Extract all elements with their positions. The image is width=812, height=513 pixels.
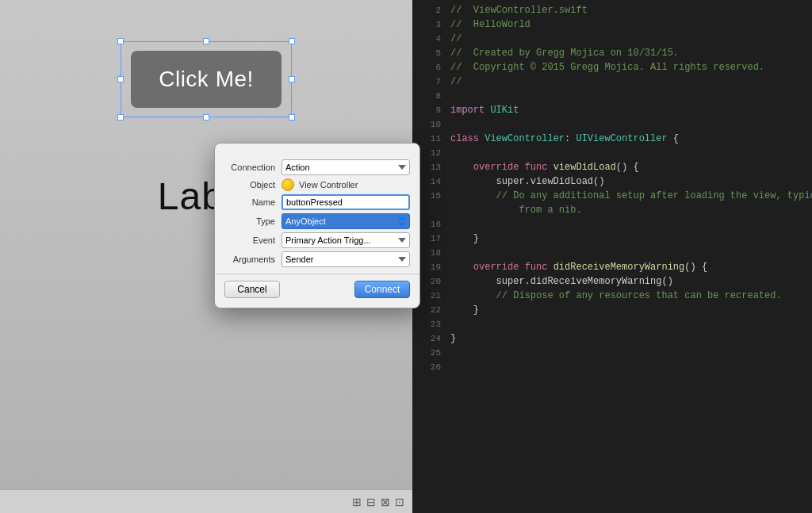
line-content: // (450, 32, 462, 46)
line-number: 9 (419, 103, 441, 117)
cancel-button[interactable]: Cancel (224, 281, 280, 298)
line-number: 17 (419, 232, 441, 246)
line-content: super.didReceiveMemoryWarning() (450, 274, 673, 289)
dialog-divider (215, 274, 419, 274)
code-editor[interactable]: 2// ViewController.swift3// HelloWorld4/… (412, 0, 812, 513)
line-number: 5 (419, 46, 441, 60)
code-line: 26 (412, 360, 812, 374)
code-line: 25 (412, 346, 812, 360)
code-line: 9import UIKit (412, 103, 812, 117)
line-content: from a nib. (450, 203, 582, 217)
code-line: 22 } (412, 303, 812, 317)
code-line: 15 // Do any additional setup after load… (412, 189, 812, 203)
toolbar-icon-1[interactable]: ⊞ (352, 496, 362, 508)
event-select[interactable]: Primary Action Trigg... (282, 232, 410, 248)
type-row: Type AnyObject (224, 213, 410, 229)
code-line: 12 (412, 146, 812, 160)
connect-button[interactable]: Connect (354, 281, 410, 298)
handle-mr[interactable] (289, 76, 295, 82)
line-content: // Copyright © 2015 Gregg Mojica. All ri… (450, 60, 764, 75)
line-content: } (450, 303, 479, 317)
handle-bm[interactable] (203, 114, 209, 121)
dialog-buttons: Cancel Connect (215, 281, 419, 298)
line-number (419, 203, 441, 217)
code-line: 11class ViewController: UIViewController… (412, 132, 812, 146)
line-number: 15 (419, 189, 441, 203)
handle-bl[interactable] (117, 114, 124, 121)
arguments-select[interactable]: Sender (282, 251, 410, 267)
line-number: 8 (419, 89, 441, 103)
code-line: 14 super.viewDidLoad() (412, 174, 812, 189)
code-line: 19 override func didReceiveMemoryWarning… (412, 260, 812, 274)
object-label: Object (224, 180, 282, 190)
handle-br[interactable] (289, 114, 295, 121)
line-number: 14 (419, 174, 441, 189)
handle-tm[interactable] (203, 38, 209, 44)
code-line: 20 super.didReceiveMemoryWarning() (412, 274, 812, 289)
line-content: override func viewDidLoad() { (450, 160, 639, 174)
toolbar-icon-3[interactable]: ⊠ (381, 496, 390, 508)
toolbar-icon-4[interactable]: ⊡ (395, 496, 404, 508)
type-label: Type (224, 216, 282, 226)
line-number: 16 (419, 217, 441, 232)
name-label: Name (224, 197, 282, 207)
code-line: 8 (412, 89, 812, 103)
line-number: 13 (419, 160, 441, 174)
handle-ml[interactable] (117, 76, 124, 82)
code-line: 10 (412, 117, 812, 132)
connection-row: Connection Action (224, 159, 410, 175)
line-content: override func didReceiveMemoryWarning() … (450, 260, 707, 274)
event-label: Event (224, 235, 282, 245)
canvas-area: Click Me! Label Connection Action Object… (0, 0, 412, 489)
object-value: View Controller (299, 180, 358, 190)
event-row: Event Primary Action Trigg... (224, 232, 410, 248)
connection-dialog: Connection Action Object View Controller… (214, 143, 420, 308)
code-line: 13 override func viewDidLoad() { (412, 160, 812, 174)
line-number: 2 (419, 3, 441, 17)
ib-toolbar: ⊞ ⊟ ⊠ ⊡ (0, 489, 412, 513)
line-number: 3 (419, 17, 441, 32)
code-line: 3// HelloWorld (412, 17, 812, 32)
code-line: 23 (412, 317, 812, 331)
line-content: // Dispose of any resources that can be … (450, 289, 782, 303)
line-content: import UIKit (450, 103, 519, 117)
connection-label: Connection (224, 163, 282, 172)
code-line: 24} (412, 331, 812, 346)
line-content: } (450, 232, 479, 246)
line-number: 19 (419, 260, 441, 274)
line-number: 10 (419, 117, 441, 132)
code-line: 18 (412, 246, 812, 260)
code-line: 16 (412, 217, 812, 232)
arguments-label: Arguments (224, 255, 282, 264)
line-number: 18 (419, 246, 441, 260)
name-row: Name (224, 194, 410, 210)
connection-select[interactable]: Action (282, 159, 410, 175)
view-controller-icon (282, 178, 294, 191)
name-input[interactable] (282, 194, 410, 210)
line-number: 4 (419, 32, 441, 46)
handle-tl[interactable] (117, 38, 124, 44)
line-content: // (450, 75, 462, 89)
code-line: 2// ViewController.swift (412, 3, 812, 17)
arguments-row: Arguments Sender (224, 251, 410, 267)
type-select[interactable]: AnyObject (282, 213, 410, 229)
line-number: 21 (419, 289, 441, 303)
handle-tr[interactable] (289, 38, 295, 44)
line-number: 25 (419, 346, 441, 360)
code-line: 7// (412, 75, 812, 89)
ib-panel: Click Me! Label Connection Action Object… (0, 0, 412, 513)
code-line: 5// Created by Gregg Mojica on 10/31/15. (412, 46, 812, 60)
line-content: } (450, 331, 456, 346)
line-number: 22 (419, 303, 441, 317)
line-content: class ViewController: UIViewController { (450, 132, 679, 146)
click-me-button[interactable]: Click Me! (131, 51, 282, 108)
line-number: 12 (419, 146, 441, 160)
line-number: 6 (419, 60, 441, 75)
toolbar-icon-2[interactable]: ⊟ (366, 496, 376, 508)
line-content: // HelloWorld (450, 17, 530, 32)
object-row: Object View Controller (224, 178, 410, 191)
line-number: 20 (419, 274, 441, 289)
code-line: from a nib. (412, 203, 812, 217)
line-content: // ViewController.swift (450, 3, 588, 17)
code-line: 17 } (412, 232, 812, 246)
